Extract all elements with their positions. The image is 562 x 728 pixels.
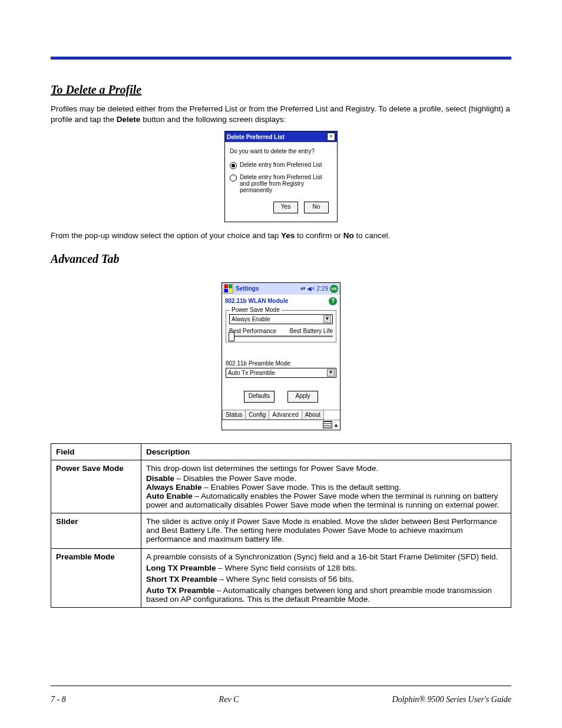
cell-field: Power Save Mode	[51, 460, 141, 513]
radio-opt1-label: Delete entry from Preferred List	[240, 162, 322, 168]
radio-opt1[interactable]	[230, 162, 237, 169]
cell-field: Preamble Mode	[51, 549, 141, 608]
item-b: Short TX Preamble	[146, 575, 217, 584]
windows-flag-icon	[224, 284, 233, 294]
chevron-down-icon: ▼	[323, 315, 331, 323]
psm-value: Always Enable	[232, 316, 270, 322]
signal-icon: ⇄	[300, 285, 305, 292]
footer-rev: Rev C	[219, 695, 239, 704]
preamble-label: 802.11b Preamble Mode:	[226, 360, 336, 367]
intro-paragraph: Profiles may be deleted either from the …	[51, 104, 511, 125]
item-b: Auto Enable	[146, 492, 193, 500]
preamble-value: Auto Tx Preamble	[228, 370, 275, 376]
no-button[interactable]: No	[304, 202, 329, 213]
chevron-down-icon: ▼	[327, 369, 335, 377]
item-t: – Where Sync field consists of 56 bits.	[217, 575, 354, 584]
yes-button[interactable]: Yes	[273, 202, 298, 213]
module-label: 802.11b WLAN Module	[225, 298, 288, 304]
top-rule	[51, 57, 511, 60]
table-row: Slider The slider is active only if Powe…	[51, 513, 511, 549]
tab-about[interactable]: About	[302, 410, 324, 420]
best-perf-label: Best Performance	[229, 328, 276, 334]
power-save-group: Power Save Mode Always Enable ▼ Best Per…	[226, 310, 336, 342]
item-b: Auto TX Preamble	[146, 586, 214, 595]
section-title-advanced: Advanced Tab	[51, 252, 511, 266]
field-description-table: Field Description Power Save Mode This d…	[51, 443, 511, 608]
cell-field: Slider	[51, 513, 141, 549]
cell-desc: A preamble consists of a Synchronization…	[141, 549, 511, 608]
desc-lead: A preamble consists of a Synchronization…	[146, 552, 506, 561]
footer-title: Dolphin® 9500 Series User's Guide	[392, 695, 511, 704]
keyboard-icon[interactable]	[323, 421, 332, 429]
item-b: Disable	[146, 474, 174, 483]
tab-advanced[interactable]: Advanced	[269, 410, 302, 420]
cell-desc: This drop-down list determines the setti…	[141, 460, 511, 513]
psm-legend: Power Save Mode	[230, 307, 282, 313]
up-arrow-icon[interactable]: ▲	[333, 422, 339, 428]
intro-post: button and the following screen displays…	[140, 115, 286, 124]
preamble-dropdown[interactable]: Auto Tx Preamble ▼	[226, 368, 336, 378]
settings-title: Settings	[236, 285, 298, 292]
item-t: – Where Sync field consists of 128 bits.	[216, 564, 357, 572]
desc-lead: This drop-down list determines the setti…	[146, 464, 506, 473]
cell-desc: The slider is active only if Power Save …	[141, 513, 511, 549]
post-paragraph: From the pop-up window select the option…	[51, 230, 511, 241]
item-b: Always Enable	[146, 483, 202, 492]
best-batt-label: Best Battery Life	[290, 328, 333, 334]
item-t: – Enables Power Save mode. This is the d…	[202, 483, 401, 492]
tab-config[interactable]: Config	[245, 410, 269, 420]
help-icon[interactable]: ?	[329, 297, 337, 305]
th-desc: Description	[141, 444, 511, 460]
dialog-question: Do you want to delete the entry?	[230, 148, 332, 154]
intro-delete-bold: Delete	[117, 115, 141, 124]
post-end: to cancel.	[354, 231, 391, 240]
delete-dialog: Delete Preferred List × Do you want to d…	[224, 131, 338, 222]
radio-opt2-label: Delete entry from Preferred List and pro…	[240, 174, 332, 193]
item-t: – Automatically enables the Power Save m…	[146, 492, 500, 509]
footer-rule	[51, 686, 511, 686]
psm-dropdown[interactable]: Always Enable ▼	[229, 314, 333, 324]
advanced-screenshot: Settings ⇄ ◀× 2:29 ok 802.11b WLAN Modul…	[222, 282, 340, 430]
radio-opt2[interactable]	[230, 174, 237, 182]
table-row: Power Save Mode This drop-down list dete…	[51, 460, 511, 513]
tab-status[interactable]: Status	[222, 410, 246, 420]
defaults-button[interactable]: Defaults	[244, 391, 275, 403]
item-t: – Disables the Power Save mode.	[174, 474, 296, 483]
post-no: No	[343, 231, 354, 240]
post-yes: Yes	[281, 231, 295, 240]
table-row: Preamble Mode A preamble consists of a S…	[51, 549, 511, 608]
slider-thumb[interactable]	[229, 332, 234, 341]
post-mid: to confirm or	[295, 231, 343, 240]
close-icon[interactable]: ×	[327, 133, 335, 141]
psm-slider[interactable]	[229, 335, 333, 337]
apply-button[interactable]: Apply	[287, 391, 318, 403]
volume-icon: ◀×	[307, 285, 315, 292]
post-pre: From the pop-up window select the option…	[51, 231, 281, 240]
ok-badge[interactable]: ok	[330, 285, 338, 293]
footer-page: 7 - 8	[51, 695, 66, 704]
desc-lead: The slider is active only if Power Save …	[146, 517, 506, 543]
clock-time: 2:29	[317, 285, 328, 292]
th-field: Field	[51, 444, 141, 460]
dialog-title: Delete Preferred List	[227, 134, 285, 140]
section-title-delete: To Delete a Profile	[51, 83, 511, 97]
item-b: Long TX Preamble	[146, 564, 216, 572]
